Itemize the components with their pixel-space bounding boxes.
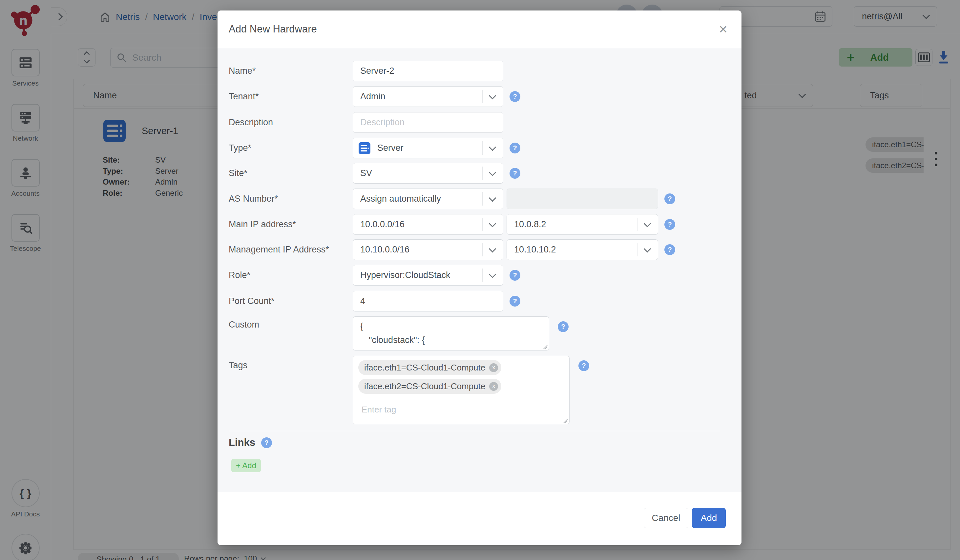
help-icon[interactable]: ? — [261, 437, 272, 448]
help-icon[interactable]: ? — [664, 219, 675, 230]
remove-tag-icon[interactable]: x — [489, 382, 498, 391]
chevron-down-icon — [489, 143, 496, 151]
site-select[interactable]: SV — [353, 163, 503, 183]
add-hardware-modal: Add New Hardware × Name* Tenant* Admin ?… — [218, 11, 741, 545]
mgmt-ip-address-select[interactable]: 10.10.10.2 — [507, 239, 658, 260]
main-ip-subnet-select[interactable]: 10.0.0.0/16 — [353, 214, 503, 235]
submit-add-button[interactable]: Add — [692, 508, 726, 528]
app-screen: n Services — [0, 0, 960, 560]
field-row-site: Site* SV ? — [229, 163, 520, 183]
help-icon[interactable]: ? — [510, 91, 520, 102]
field-label: Role* — [229, 270, 353, 280]
field-row-description: Description — [229, 112, 503, 133]
cancel-button[interactable]: Cancel — [644, 508, 688, 528]
main-ip-address-select[interactable]: 10.0.8.2 — [507, 214, 658, 235]
field-label: Description — [229, 117, 353, 128]
close-icon[interactable]: × — [713, 11, 733, 48]
tag-chip: iface.eth2=CS-Cloud1-Computex — [358, 379, 501, 394]
tags-input-area[interactable]: iface.eth1=CS-Cloud1-Computex iface.eth2… — [353, 356, 570, 424]
chevron-down-icon — [489, 271, 496, 278]
chevron-down-icon — [644, 245, 651, 252]
help-icon[interactable]: ? — [578, 361, 589, 371]
field-row-main-ip: Main IP address* 10.0.0.0/16 10.0.8.2 ? — [229, 214, 675, 235]
field-label: Tags — [229, 361, 353, 370]
tag-chip: iface.eth1=CS-Cloud1-Computex — [358, 360, 501, 375]
help-icon[interactable]: ? — [664, 193, 675, 204]
chevron-down-icon — [489, 220, 496, 227]
name-input[interactable] — [353, 61, 503, 81]
chevron-down-icon — [489, 92, 496, 99]
modal-header: Add New Hardware × — [218, 11, 741, 48]
modal-footer: Cancel Add — [218, 492, 741, 545]
field-row-as-number: AS Number* Assign automatically ? — [229, 188, 675, 209]
type-select[interactable]: Server — [353, 138, 503, 158]
port-count-input[interactable] — [353, 291, 503, 311]
tag-input-placeholder[interactable]: Enter tag — [362, 405, 565, 415]
links-section-heading: Links ? — [229, 437, 272, 448]
resize-handle[interactable] — [562, 417, 568, 423]
chevron-down-icon — [489, 169, 496, 176]
field-row-port-count: Port Count* ? — [229, 291, 520, 311]
field-label: Management IP Address* — [229, 244, 353, 255]
section-divider — [229, 431, 720, 431]
field-row-role: Role* Hypervisor:CloudStack ? — [229, 265, 520, 286]
field-row-custom: Custom { "cloudstack": { ? — [229, 316, 569, 351]
field-label: Port Count* — [229, 296, 353, 306]
chevron-down-icon — [489, 245, 496, 252]
field-label: AS Number* — [229, 194, 353, 204]
field-label: Name* — [229, 66, 353, 76]
field-row-mgmt-ip: Management IP Address* 10.10.0.0/16 10.1… — [229, 239, 675, 260]
chevron-down-icon — [489, 194, 496, 202]
field-row-tenant: Tenant* Admin ? — [229, 86, 520, 107]
field-label: Main IP address* — [229, 219, 353, 230]
add-link-button[interactable]: + Add — [231, 459, 261, 472]
field-row-tags: Tags iface.eth1=CS-Cloud1-Computex iface… — [229, 356, 589, 424]
custom-json-textarea[interactable]: { "cloudstack": { — [353, 316, 549, 351]
role-select[interactable]: Hypervisor:CloudStack — [353, 265, 503, 286]
modal-title: Add New Hardware — [229, 11, 317, 48]
help-icon[interactable]: ? — [510, 168, 520, 179]
field-label: Type* — [229, 143, 353, 153]
as-number-disabled-input — [507, 188, 658, 209]
help-icon[interactable]: ? — [558, 321, 569, 332]
resize-handle[interactable] — [542, 343, 548, 349]
field-label: Tenant* — [229, 91, 353, 102]
tenant-select[interactable]: Admin — [353, 86, 503, 107]
field-row-type: Type* Server ? — [229, 138, 520, 158]
field-row-name: Name* — [229, 61, 503, 81]
field-label: Custom — [229, 320, 353, 330]
help-icon[interactable]: ? — [510, 296, 520, 306]
server-type-icon — [358, 142, 371, 155]
help-icon[interactable]: ? — [510, 270, 520, 281]
as-number-select[interactable]: Assign automatically — [353, 188, 503, 209]
help-icon[interactable]: ? — [510, 143, 520, 153]
field-label: Site* — [229, 168, 353, 179]
remove-tag-icon[interactable]: x — [489, 363, 498, 372]
description-input[interactable] — [353, 112, 503, 133]
chevron-down-icon — [644, 220, 651, 227]
help-icon[interactable]: ? — [664, 244, 675, 255]
mgmt-ip-subnet-select[interactable]: 10.10.0.0/16 — [353, 239, 503, 260]
